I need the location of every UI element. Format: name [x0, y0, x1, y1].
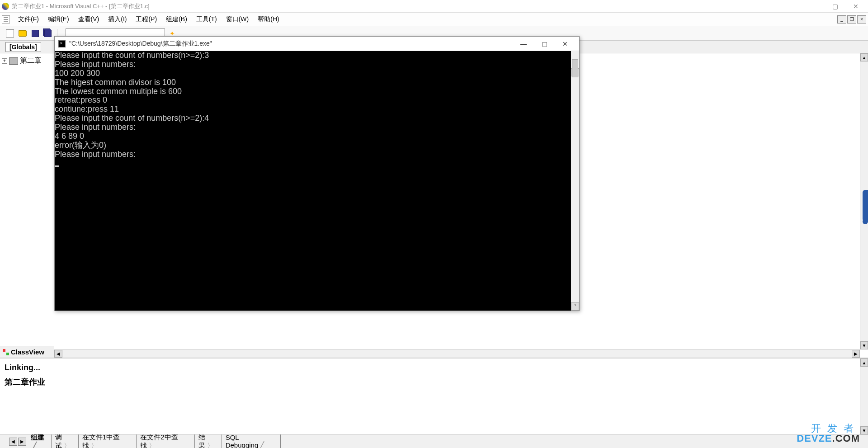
output-tabs: ◀ ▶ 组建╱ 调试〉 在文件1中查找〉 在文件2中查找〉 结果〉 SQL De…: [0, 434, 868, 448]
scroll-down-icon[interactable]: ▼: [860, 341, 868, 349]
scroll-down-icon[interactable]: ▼: [860, 426, 868, 434]
console-line: The higest common divisor is 100: [55, 78, 176, 87]
globals-label[interactable]: [Globals]: [5, 42, 41, 52]
tabs-scroll-right[interactable]: ▶: [18, 438, 26, 446]
project-icon: [9, 57, 18, 65]
menu-bar: 文件(F) 编辑(E) 查看(V) 插入(I) 工程(P) 组建(B) 工具(T…: [0, 13, 868, 26]
maximize-button[interactable]: ▢: [825, 0, 845, 13]
scroll-up-icon[interactable]: ▲: [860, 53, 868, 61]
menu-help[interactable]: 帮助(H): [253, 14, 283, 25]
output-line-linking: Linking...: [5, 360, 863, 375]
output-panel: Linking... 第二章作业 ▲ ▼: [0, 358, 868, 434]
output-vscroll[interactable]: ▲ ▼: [860, 358, 868, 434]
console-vscroll[interactable]: ˄ ˅: [571, 51, 579, 311]
console-line: Please input numbers:: [55, 60, 136, 69]
mdi-minimize-button[interactable]: _: [837, 15, 846, 24]
scroll-down-icon[interactable]: ˅: [571, 302, 579, 311]
classview-icon: [3, 349, 9, 355]
console-line: The lowest common multiple is 600: [55, 87, 182, 96]
menu-file[interactable]: 文件(F): [14, 14, 43, 25]
scroll-left-icon[interactable]: ◀: [54, 350, 62, 358]
console-line: contiune:press 11: [55, 104, 119, 113]
tab-sql[interactable]: SQL Debugging╱: [222, 433, 281, 448]
mdi-restore-button[interactable]: ❐: [847, 15, 856, 24]
menu-tools[interactable]: 工具(T): [192, 14, 222, 25]
tabs-scroll-left[interactable]: ◀: [9, 438, 17, 446]
menu-build[interactable]: 组建(B): [161, 14, 192, 25]
window-title: 第二章作业1 - Microsoft Visual C++ - [第二章作业1.…: [12, 2, 804, 10]
tab-build[interactable]: 组建╱: [27, 432, 52, 448]
menu-edit[interactable]: 编辑(E): [43, 14, 74, 25]
menu-view[interactable]: 查看(V): [74, 14, 104, 25]
console-minimize-button[interactable]: —: [513, 37, 534, 51]
tree-expand-icon[interactable]: +: [2, 58, 7, 64]
console-line: Please input the count of numbers(n>=2):…: [55, 113, 209, 123]
workspace-sidebar: + 第二章 ClassView: [0, 53, 54, 358]
close-button[interactable]: ✕: [845, 0, 866, 13]
side-slider[interactable]: [863, 190, 868, 222]
console-line: Please input the count of numbers(n>=2):…: [55, 51, 209, 60]
scroll-right-icon[interactable]: ▶: [852, 350, 860, 358]
console-close-button[interactable]: ✕: [555, 37, 576, 51]
classview-label: ClassView: [11, 348, 44, 356]
watermark: 开发者 DEVZE.COM: [797, 424, 860, 443]
watermark-cn: 开发者: [797, 424, 860, 434]
menu-insert[interactable]: 插入(I): [104, 14, 131, 25]
tree-item-label: 第二章: [20, 56, 42, 66]
save-button[interactable]: [30, 28, 41, 39]
console-title: "C:\Users\18729\Desktop\Debug\第二章作业1.exe…: [69, 40, 513, 48]
menu-project[interactable]: 工程(P): [131, 14, 161, 25]
tree-item-project[interactable]: + 第二章: [0, 53, 54, 68]
editor-hscroll[interactable]: ◀ ▶: [54, 349, 860, 358]
console-line: Please input numbers:: [55, 123, 136, 132]
console-icon: [58, 40, 66, 47]
console-cursor: [55, 165, 59, 167]
output-line-project: 第二章作业: [5, 375, 863, 389]
open-file-button[interactable]: [17, 28, 28, 39]
console-line: 4 6 89 0: [55, 132, 84, 141]
save-all-button[interactable]: [42, 28, 53, 39]
console-maximize-button[interactable]: ▢: [534, 37, 555, 51]
new-file-button[interactable]: [5, 28, 15, 39]
console-line: Please input numbers:: [55, 150, 136, 159]
main-titlebar: 第二章作业1 - Microsoft Visual C++ - [第二章作业1.…: [0, 0, 868, 13]
app-icon: [2, 3, 9, 10]
document-icon: [2, 15, 10, 24]
minimize-button[interactable]: —: [804, 0, 825, 13]
classview-tab[interactable]: ClassView: [0, 346, 54, 358]
watermark-en1: DEVZE: [797, 433, 832, 444]
scroll-up-icon[interactable]: ▲: [860, 358, 868, 367]
scroll-thumb[interactable]: [572, 59, 578, 77]
menu-window[interactable]: 窗口(W): [222, 14, 254, 25]
console-line: retreat:press 0: [55, 95, 107, 104]
console-line: error(输入为0): [55, 141, 106, 150]
watermark-en2: .COM: [832, 433, 860, 444]
mdi-close-button[interactable]: ×: [857, 15, 866, 24]
console-window: "C:\Users\18729\Desktop\Debug\第二章作业1.exe…: [54, 36, 580, 311]
console-body[interactable]: Please input the count of numbers(n>=2):…: [55, 51, 579, 311]
console-titlebar[interactable]: "C:\Users\18729\Desktop\Debug\第二章作业1.exe…: [55, 37, 579, 51]
console-line: 100 200 300: [55, 69, 100, 78]
